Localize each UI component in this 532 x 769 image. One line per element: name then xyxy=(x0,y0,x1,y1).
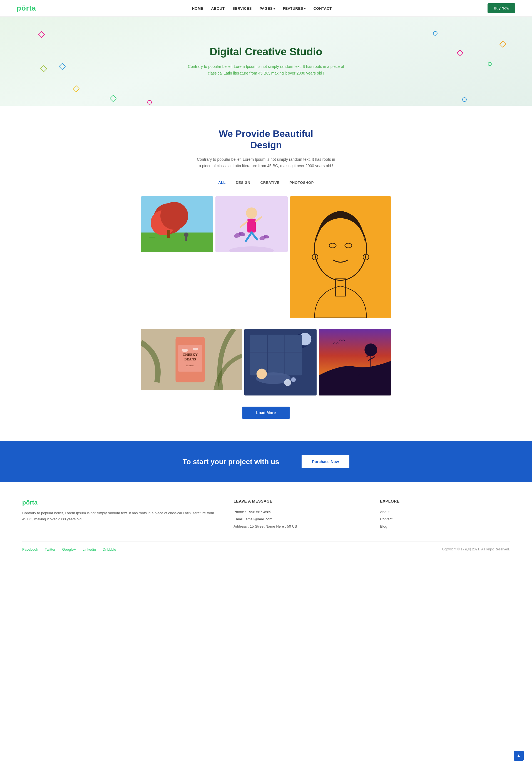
filter-photoshop[interactable]: PHOTOSHOP xyxy=(290,180,314,186)
nav-contact[interactable]: CONTACT xyxy=(314,6,332,11)
deco-shape-2 xyxy=(59,63,66,70)
footer-explore-heading: EXPLORE xyxy=(380,499,510,504)
svg-point-7 xyxy=(184,232,188,237)
filter-tabs: ALL DESIGN CREATIVE PHOTOSHOP xyxy=(17,180,515,186)
portfolio-item-tree[interactable] xyxy=(141,196,213,252)
deco-shape-7 xyxy=(499,41,506,48)
footer-brand: pōrta Contrary to popular belief, Lorem … xyxy=(22,499,217,530)
portfolio-subtitle: Contrary to popular belief, Lorem Ipsum … xyxy=(197,156,335,170)
social-googleplus[interactable]: Google+ xyxy=(62,547,76,552)
hero-title: Digital Creative Studio xyxy=(183,46,349,58)
portfolio-item-portrait[interactable] xyxy=(290,196,391,318)
cta-text: To start your project with us xyxy=(183,458,279,466)
filter-all[interactable]: ALL xyxy=(218,180,226,186)
svg-rect-8 xyxy=(149,237,155,237)
portfolio-item-coffee[interactable]: CHEEKY BEANS Roasted xyxy=(141,329,242,396)
svg-point-45 xyxy=(284,379,291,386)
footer-contact-heading: LEAVE A MESSAGE xyxy=(233,499,363,504)
nav-home[interactable]: HOME xyxy=(192,6,203,11)
social-dribbble[interactable]: Dribbble xyxy=(103,547,116,552)
footer-logo: pōrta xyxy=(22,499,217,506)
svg-text:BEANS: BEANS xyxy=(184,357,196,361)
deco-shape-1 xyxy=(38,31,45,38)
social-facebook[interactable]: Facebook xyxy=(22,547,38,552)
footer-contact-col: LEAVE A MESSAGE Phone : +998 587 4589 Em… xyxy=(233,499,363,530)
portfolio-item-runner[interactable] xyxy=(215,196,288,252)
social-linkedin[interactable]: Linkedin xyxy=(83,547,96,552)
svg-text:Roasted: Roasted xyxy=(186,364,194,367)
deco-shape-4 xyxy=(73,85,79,92)
footer-email: Email : email@mail.com xyxy=(233,516,363,523)
footer-description: Contrary to popular belief, Lorem Ipsum … xyxy=(22,510,217,522)
svg-point-46 xyxy=(291,377,296,382)
svg-rect-39 xyxy=(250,335,302,375)
footer-social-links: Facebook Twitter Google+ Linkedin Dribbb… xyxy=(22,547,116,552)
portfolio-item-night[interactable] xyxy=(244,329,317,396)
svg-rect-5 xyxy=(167,230,170,238)
nav-features[interactable]: FEATURES xyxy=(283,6,306,11)
portfolio-item-sunset[interactable] xyxy=(319,329,391,396)
svg-text:CHEEKY: CHEEKY xyxy=(183,353,198,356)
deco-shape-5 xyxy=(110,95,116,102)
footer-link-about[interactable]: About xyxy=(380,509,510,516)
hero-subtitle: Contrary to popular belief, Lorem Ipsum … xyxy=(183,63,349,77)
navbar: pōrta HOME ABOUT SERVICES PAGES FEATURES… xyxy=(0,0,532,17)
nav-services[interactable]: SERVICES xyxy=(232,6,252,11)
footer-copyright: Copyright © 17素材 2021. All Right Reserve… xyxy=(442,547,510,552)
logo: pōrta xyxy=(17,4,36,13)
filter-design[interactable]: DESIGN xyxy=(236,180,250,186)
filter-creative[interactable]: CREATIVE xyxy=(260,180,280,186)
portfolio-section: We Provide Beautiful Design Contrary to … xyxy=(0,106,532,441)
cta-banner: To start your project with us Purchase N… xyxy=(0,441,532,482)
svg-point-52 xyxy=(357,373,359,375)
nav-links: HOME ABOUT SERVICES PAGES FEATURES CONTA… xyxy=(192,6,332,11)
deco-circle-3 xyxy=(462,97,467,102)
svg-point-4 xyxy=(160,202,188,230)
footer-top: pōrta Contrary to popular belief, Lorem … xyxy=(22,499,510,530)
portfolio-heading: We Provide Beautiful Design xyxy=(17,128,515,151)
portfolio-grid xyxy=(141,196,391,318)
footer-explore-col: EXPLORE About Contact Blog xyxy=(380,499,510,530)
portfolio-grid-bottom: CHEEKY BEANS Roasted xyxy=(141,329,391,396)
footer: pōrta Contrary to popular belief, Lorem … xyxy=(0,482,532,560)
deco-circle-1 xyxy=(433,31,437,36)
footer-phone: Phone : +998 587 4589 xyxy=(233,509,363,516)
svg-point-48 xyxy=(364,343,377,356)
footer-link-contact[interactable]: Contact xyxy=(380,516,510,523)
svg-rect-1 xyxy=(141,232,213,252)
footer-link-blog[interactable]: Blog xyxy=(380,523,510,530)
deco-circle-4 xyxy=(147,100,152,105)
deco-shape-8 xyxy=(456,49,463,56)
social-twitter[interactable]: Twitter xyxy=(45,547,55,552)
load-more-button[interactable]: Load More xyxy=(242,407,290,419)
hero-content: Digital Creative Studio Contrary to popu… xyxy=(183,46,349,76)
footer-bottom: Facebook Twitter Google+ Linkedin Dribbb… xyxy=(22,541,510,552)
buy-now-button[interactable]: Buy Now xyxy=(488,3,515,13)
svg-point-11 xyxy=(246,207,257,219)
svg-point-35 xyxy=(193,347,198,350)
deco-circle-2 xyxy=(488,62,492,66)
svg-rect-51 xyxy=(352,374,358,377)
hero-section: Digital Creative Studio Contrary to popu… xyxy=(0,17,532,106)
nav-pages[interactable]: PAGES xyxy=(260,6,275,11)
svg-point-34 xyxy=(182,349,188,352)
deco-shape-3 xyxy=(40,65,47,72)
svg-rect-12 xyxy=(247,219,256,232)
purchase-now-button[interactable]: Purchase Now xyxy=(302,455,349,468)
nav-about[interactable]: ABOUT xyxy=(211,6,225,11)
footer-address: Address : 15 Street Name Here , 50 US xyxy=(233,523,363,530)
svg-point-49 xyxy=(345,366,350,370)
svg-point-44 xyxy=(257,368,267,379)
